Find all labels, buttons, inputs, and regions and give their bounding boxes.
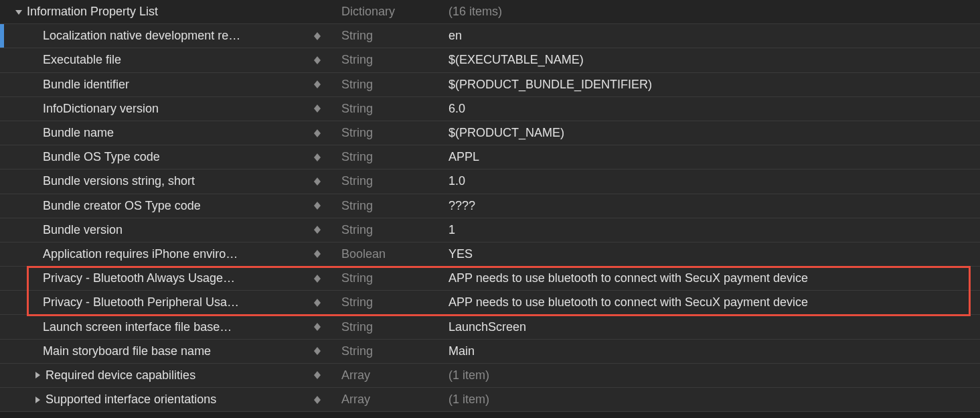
type-label[interactable]: Array: [335, 393, 442, 407]
root-key-label: Information Property List: [27, 5, 335, 19]
root-key-cell: Information Property List: [0, 5, 335, 19]
key-label[interactable]: Required device capabilities: [46, 368, 305, 382]
key-label[interactable]: Bundle OS Type code: [43, 150, 305, 164]
key-stepper-icon[interactable]: [309, 299, 325, 307]
svg-marker-14: [314, 182, 321, 186]
type-label[interactable]: String: [335, 78, 442, 92]
type-label[interactable]: String: [335, 150, 442, 164]
type-label[interactable]: String: [335, 126, 442, 140]
disclosure-triangle-down-icon[interactable]: [13, 7, 24, 17]
value-label[interactable]: $(PRODUCT_NAME): [442, 126, 980, 140]
value-label[interactable]: 1.0: [442, 174, 980, 188]
svg-marker-6: [314, 84, 321, 88]
type-label[interactable]: String: [335, 29, 442, 43]
plist-row[interactable]: Bundle creator OS Type codeString????: [0, 194, 980, 218]
plist-row[interactable]: Privacy - Bluetooth Always Usage…StringA…: [0, 267, 980, 291]
plist-row[interactable]: Launch screen interface file base…String…: [0, 315, 980, 339]
type-label[interactable]: String: [335, 174, 442, 188]
type-label[interactable]: String: [335, 53, 442, 67]
svg-marker-26: [314, 327, 321, 331]
key-label[interactable]: Supported interface orientations: [46, 393, 305, 407]
key-label[interactable]: Bundle creator OS Type code: [43, 199, 305, 213]
value-label[interactable]: $(PRODUCT_BUNDLE_IDENTIFIER): [442, 78, 980, 92]
plist-row[interactable]: Bundle identifierString$(PRODUCT_BUNDLE_…: [0, 73, 980, 97]
key-label[interactable]: InfoDictionary version: [43, 102, 305, 116]
key-stepper-icon[interactable]: [309, 153, 325, 161]
plist-row[interactable]: Application requires iPhone enviro…Boole…: [0, 242, 980, 267]
key-stepper-icon[interactable]: [309, 32, 325, 40]
key-stepper-icon[interactable]: [309, 202, 325, 210]
key-cell: Privacy - Bluetooth Peripheral Usa…: [0, 295, 335, 309]
disclosure-triangle-right-icon[interactable]: [32, 395, 43, 405]
key-label[interactable]: Privacy - Bluetooth Always Usage…: [43, 271, 305, 285]
key-stepper-icon[interactable]: [309, 347, 325, 355]
value-label[interactable]: APP needs to use bluetooth to connect wi…: [442, 295, 980, 309]
value-label[interactable]: en: [442, 29, 980, 43]
key-label[interactable]: Application requires iPhone enviro…: [43, 247, 305, 261]
key-stepper-icon[interactable]: [309, 323, 325, 331]
key-stepper-icon[interactable]: [309, 226, 325, 234]
plist-row[interactable]: Bundle nameString$(PRODUCT_NAME): [0, 121, 980, 145]
plist-root-row[interactable]: Information Property List Dictionary (16…: [0, 0, 980, 24]
plist-row[interactable]: Supported interface orientationsArray(1 …: [0, 388, 980, 412]
plist-row[interactable]: Required device capabilitiesArray(1 item…: [0, 364, 980, 388]
key-cell: Executable file: [0, 53, 335, 67]
plist-row[interactable]: Bundle OS Type codeStringAPPL: [0, 145, 980, 169]
key-label[interactable]: Privacy - Bluetooth Peripheral Usa…: [43, 295, 305, 309]
key-label[interactable]: Main storyboard file base name: [43, 344, 305, 358]
type-label[interactable]: String: [335, 320, 442, 334]
key-label[interactable]: Bundle version: [43, 223, 305, 237]
svg-marker-32: [35, 397, 40, 403]
svg-marker-31: [314, 375, 321, 379]
svg-marker-24: [314, 303, 321, 307]
value-label[interactable]: $(EXECUTABLE_NAME): [442, 53, 980, 67]
plist-row[interactable]: Bundle versionString1: [0, 218, 980, 242]
value-label[interactable]: APP needs to use bluetooth to connect wi…: [442, 271, 980, 285]
key-label[interactable]: Executable file: [43, 53, 305, 67]
value-label[interactable]: APPL: [442, 150, 980, 164]
value-label[interactable]: (1 item): [442, 393, 980, 407]
plist-row[interactable]: Localization native development re…Strin…: [0, 24, 980, 48]
type-label[interactable]: String: [335, 344, 442, 358]
type-label[interactable]: String: [335, 199, 442, 213]
key-label[interactable]: Localization native development re…: [43, 29, 305, 43]
svg-marker-12: [314, 157, 321, 161]
root-type-label: Dictionary: [335, 5, 442, 19]
value-label[interactable]: Main: [442, 344, 980, 358]
key-stepper-icon[interactable]: [309, 371, 325, 379]
svg-marker-0: [15, 10, 22, 15]
key-stepper-icon[interactable]: [309, 275, 325, 283]
type-label[interactable]: String: [335, 223, 442, 237]
plist-row[interactable]: Bundle versions string, shortString1.0: [0, 169, 980, 194]
plist-row[interactable]: InfoDictionary versionString6.0: [0, 97, 980, 121]
key-stepper-icon[interactable]: [309, 129, 325, 137]
key-label[interactable]: Bundle versions string, short: [43, 174, 305, 188]
key-stepper-icon[interactable]: [309, 56, 325, 64]
key-label[interactable]: Bundle identifier: [43, 78, 305, 92]
plist-row[interactable]: Executable fileString$(EXECUTABLE_NAME): [0, 48, 980, 72]
value-label[interactable]: YES: [442, 247, 980, 261]
key-stepper-icon[interactable]: [309, 80, 325, 88]
svg-marker-34: [314, 400, 321, 404]
key-stepper-icon[interactable]: [309, 396, 325, 404]
type-label[interactable]: Array: [335, 368, 442, 382]
value-label[interactable]: LaunchScreen: [442, 320, 980, 334]
plist-row[interactable]: Privacy - Bluetooth Peripheral Usa…Strin…: [0, 291, 980, 315]
key-cell: Bundle identifier: [0, 78, 335, 92]
value-label[interactable]: (1 item): [442, 368, 980, 382]
value-label[interactable]: 1: [442, 223, 980, 237]
key-label[interactable]: Bundle name: [43, 126, 305, 140]
type-label[interactable]: String: [335, 295, 442, 309]
disclosure-triangle-right-icon[interactable]: [32, 370, 43, 380]
type-label[interactable]: String: [335, 102, 442, 116]
key-stepper-icon[interactable]: [309, 104, 325, 113]
plist-row[interactable]: Main storyboard file base nameStringMain: [0, 340, 980, 364]
key-stepper-icon[interactable]: [309, 178, 325, 186]
value-label[interactable]: 6.0: [442, 102, 980, 116]
type-label[interactable]: String: [335, 271, 442, 285]
svg-marker-2: [314, 36, 321, 40]
value-label[interactable]: ????: [442, 199, 980, 213]
key-stepper-icon[interactable]: [309, 250, 325, 258]
key-label[interactable]: Launch screen interface file base…: [43, 320, 305, 334]
type-label[interactable]: Boolean: [335, 247, 442, 261]
